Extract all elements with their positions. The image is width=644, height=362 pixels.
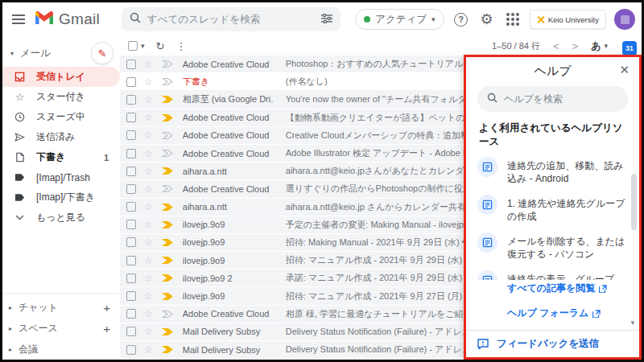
importance-marker-icon[interactable] xyxy=(161,327,175,336)
star-icon[interactable]: ☆ xyxy=(144,308,153,319)
new-space-button[interactable]: + xyxy=(103,322,110,335)
browse-all-articles-link[interactable]: すべての記事を閲覧 xyxy=(507,282,626,295)
importance-marker-icon[interactable] xyxy=(161,203,175,212)
importance-marker-icon[interactable] xyxy=(161,60,175,68)
help-article-item[interactable]: 連絡先の追加、移動、読み込み - Android xyxy=(477,157,628,185)
email-checkbox[interactable] xyxy=(126,130,136,140)
star-icon[interactable]: ☆ xyxy=(144,76,153,88)
importance-marker-icon[interactable] xyxy=(161,184,175,193)
google-apps-grid-icon[interactable] xyxy=(504,10,522,28)
inbox-icon xyxy=(14,72,26,82)
importance-marker-icon[interactable] xyxy=(161,131,175,140)
sidebar-item-chat[interactable]: ▸ チャット + xyxy=(2,297,120,318)
sidebar-item-snoozed[interactable]: スヌーズ中 xyxy=(2,107,120,127)
older-page-icon[interactable]: > xyxy=(572,40,579,52)
star-icon[interactable]: ☆ xyxy=(144,130,153,141)
send-feedback-button[interactable]: フィードバックを送信 xyxy=(466,330,639,357)
importance-marker-icon[interactable] xyxy=(161,256,175,265)
sidebar-item-sent[interactable]: 送信済み xyxy=(2,127,120,147)
sidebar-item-meet[interactable]: ▸ 会議 xyxy=(2,339,120,360)
star-icon[interactable]: ☆ xyxy=(144,255,153,266)
sidebar-item-more[interactable]: もっと見る xyxy=(2,208,120,228)
sidebar-item-inbox[interactable]: 受信トレイ xyxy=(2,67,120,87)
calendar-icon[interactable]: 31 xyxy=(622,41,637,56)
importance-marker-icon[interactable] xyxy=(161,274,175,282)
star-icon[interactable]: ☆ xyxy=(144,183,153,195)
email-checkbox[interactable] xyxy=(126,309,136,319)
settings-gear-icon[interactable]: ⚙ xyxy=(478,10,496,28)
select-all-checkbox[interactable] xyxy=(128,41,138,51)
importance-marker-icon[interactable] xyxy=(161,77,175,86)
star-icon[interactable]: ☆ xyxy=(144,148,153,159)
help-article-item[interactable]: 1. 連絡先や連絡先グループの作成 xyxy=(477,195,628,223)
refresh-icon[interactable]: ↻ xyxy=(156,40,165,52)
select-dropdown-caret-icon[interactable]: ▾ xyxy=(141,42,145,50)
hamburger-menu-icon[interactable] xyxy=(2,3,35,35)
email-checkbox[interactable] xyxy=(126,202,136,212)
help-article-item[interactable]: メールを削除する、または復元する - パソコン xyxy=(477,232,628,261)
help-article-item[interactable]: 連絡先の表示、グループ化、共有 - Android xyxy=(477,270,628,280)
importance-marker-icon[interactable] xyxy=(161,345,175,354)
email-checkbox[interactable] xyxy=(126,113,136,122)
importance-marker-icon[interactable] xyxy=(161,310,175,319)
search-bar[interactable]: すべてのスレッドを検索 xyxy=(122,7,341,31)
importance-marker-icon[interactable] xyxy=(161,292,175,301)
importance-marker-icon[interactable] xyxy=(161,167,175,175)
email-checkbox[interactable] xyxy=(126,95,136,105)
email-checkbox[interactable] xyxy=(126,237,136,247)
star-icon[interactable]: ☆ xyxy=(144,273,153,284)
email-checkbox[interactable] xyxy=(126,167,136,176)
email-checkbox[interactable] xyxy=(126,220,136,229)
star-icon[interactable]: ☆ xyxy=(144,166,153,177)
star-icon[interactable]: ☆ xyxy=(144,344,153,356)
email-checkbox[interactable] xyxy=(126,345,136,355)
star-icon[interactable]: ☆ xyxy=(144,237,153,248)
sidebar-item-drafts[interactable]: 下書き 1 xyxy=(2,147,120,167)
search-options-icon[interactable] xyxy=(321,12,332,27)
email-checkbox[interactable] xyxy=(126,149,136,158)
account-avatar[interactable] xyxy=(614,9,635,30)
star-icon[interactable]: ☆ xyxy=(144,94,153,105)
help-panel: ヘルプ ✕ ヘルプを検索 よく利用されているヘルプリソース 連絡先の追加、移動、… xyxy=(464,55,642,360)
chat-status-selector[interactable]: アクティブ ▾ xyxy=(355,9,444,30)
label-tag-icon xyxy=(14,173,26,182)
importance-marker-icon[interactable] xyxy=(161,149,175,158)
email-checkbox[interactable] xyxy=(126,291,136,301)
collapse-caret-icon[interactable]: ▾ xyxy=(10,50,14,57)
compose-button[interactable]: ✎ xyxy=(91,42,114,64)
star-icon[interactable]: ☆ xyxy=(144,290,153,302)
email-checkbox[interactable] xyxy=(126,274,136,283)
star-icon[interactable]: ☆ xyxy=(144,112,153,123)
search-icon[interactable] xyxy=(130,12,141,27)
sidebar-item-imap-drafts[interactable]: [Imap]/下書き xyxy=(2,187,120,208)
newer-page-icon[interactable]: < xyxy=(553,40,559,52)
importance-marker-icon[interactable] xyxy=(161,113,175,122)
importance-marker-icon[interactable] xyxy=(161,238,175,247)
star-icon[interactable]: ☆ xyxy=(144,219,153,230)
input-method-selector[interactable]: あ▾ xyxy=(591,39,608,53)
email-checkbox[interactable] xyxy=(126,256,136,265)
new-chat-button[interactable]: + xyxy=(103,301,110,315)
help-scrollbar[interactable] xyxy=(631,174,637,230)
sidebar-item-starred[interactable]: ☆ スター付き xyxy=(2,87,120,107)
star-icon[interactable]: ☆ xyxy=(144,201,153,212)
more-options-icon[interactable]: ⋮ xyxy=(175,40,186,52)
sidebar-item-spaces[interactable]: ▸ スペース + xyxy=(2,318,120,339)
star-icon[interactable]: ☆ xyxy=(144,326,153,337)
importance-marker-icon[interactable] xyxy=(161,220,175,229)
importance-marker-icon[interactable] xyxy=(161,95,175,104)
email-sender: Mail Delivery Subsy xyxy=(183,327,278,336)
scroll-down-arrow-icon[interactable]: ▼ xyxy=(630,319,636,327)
star-icon[interactable]: ☆ xyxy=(144,59,153,70)
expand-caret-icon: ▸ xyxy=(9,325,12,332)
email-checkbox[interactable] xyxy=(126,327,136,336)
help-forum-link[interactable]: ヘルプ フォーラム xyxy=(507,306,626,320)
help-search-bar[interactable]: ヘルプを検索 xyxy=(477,86,628,112)
email-checkbox[interactable] xyxy=(126,77,136,87)
close-icon[interactable]: ✕ xyxy=(619,63,630,77)
sidebar-mail-section[interactable]: ▾ メール ✎ xyxy=(2,39,120,67)
email-checkbox[interactable] xyxy=(126,184,136,194)
help-button[interactable]: ? xyxy=(452,10,470,28)
email-checkbox[interactable] xyxy=(126,60,136,69)
sidebar-item-imap-trash[interactable]: [Imap]/Trash xyxy=(2,167,120,187)
